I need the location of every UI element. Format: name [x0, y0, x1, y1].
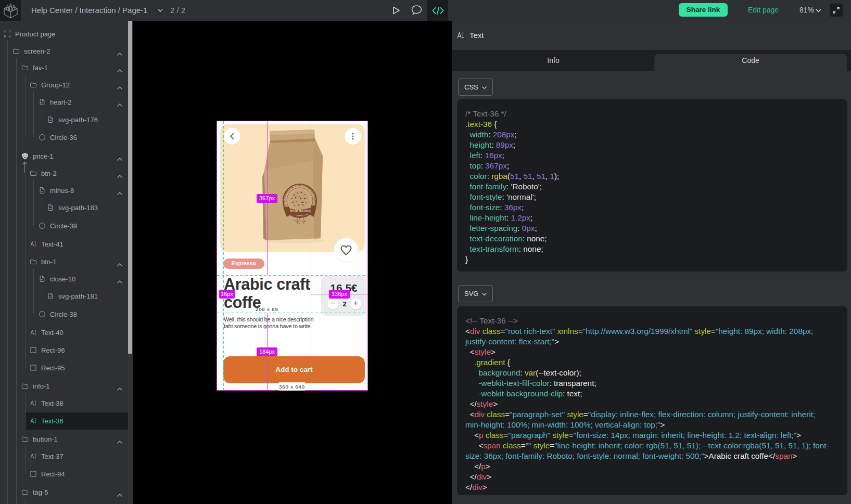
svg-text:NABI NAHUB: NABI NAHUB [290, 209, 311, 212]
